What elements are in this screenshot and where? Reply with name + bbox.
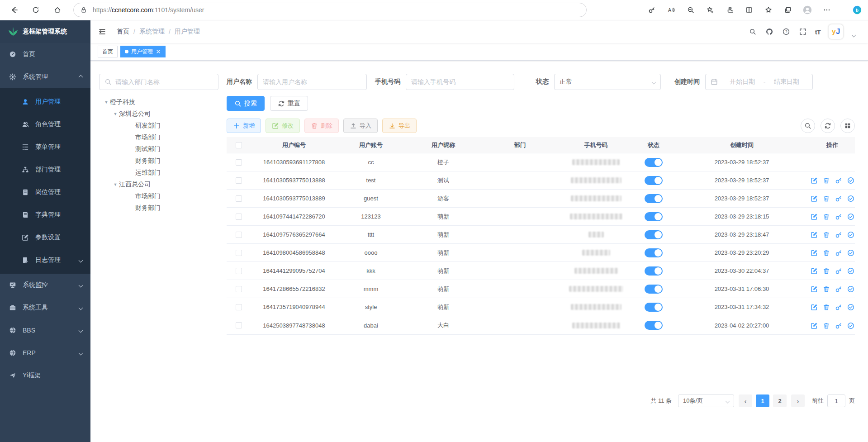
assign-role-icon[interactable]	[847, 304, 854, 310]
github-icon[interactable]	[765, 27, 774, 36]
row-checkbox[interactable]	[236, 250, 242, 256]
browser-profile-avatar[interactable]	[803, 5, 812, 14]
reset-password-icon[interactable]	[835, 249, 842, 256]
row-checkbox[interactable]	[236, 159, 242, 166]
tree-node[interactable]: 研发部门	[99, 120, 218, 132]
page-button-1[interactable]: 1	[756, 394, 769, 407]
delete-icon[interactable]	[823, 322, 830, 329]
edit-icon[interactable]	[811, 267, 817, 274]
edit-icon[interactable]	[811, 322, 817, 329]
reset-password-icon[interactable]	[835, 177, 842, 184]
sidebar-item-dict[interactable]: 字典管理	[0, 204, 90, 226]
tree-node[interactable]: 财务部门	[99, 155, 218, 167]
browser-home-icon[interactable]	[50, 2, 65, 18]
row-checkbox[interactable]	[236, 195, 242, 202]
assign-role-icon[interactable]	[847, 231, 854, 238]
page-button-2[interactable]: 2	[773, 394, 787, 407]
edit-icon[interactable]	[811, 285, 817, 292]
user-avatar[interactable]: yJ	[828, 24, 844, 39]
goto-page-input[interactable]	[827, 394, 845, 407]
sidebar-item-role[interactable]: 角色管理	[0, 113, 90, 136]
read-aloud-icon[interactable]: A	[667, 5, 676, 14]
fullscreen-icon[interactable]	[798, 27, 807, 36]
row-checkbox[interactable]	[236, 286, 242, 292]
row-checkbox[interactable]	[236, 232, 242, 238]
row-checkbox[interactable]	[236, 268, 242, 274]
username-field[interactable]	[263, 78, 361, 86]
tree-node[interactable]: 市场部门	[99, 132, 218, 143]
reset-password-icon[interactable]	[835, 304, 842, 310]
import-button[interactable]: 导入	[343, 119, 378, 133]
edit-icon[interactable]	[811, 177, 817, 184]
dept-search-field[interactable]	[115, 78, 213, 86]
tab-home[interactable]: 首页	[98, 46, 118, 57]
page-size-select[interactable]: 10条/页	[678, 394, 734, 407]
assign-role-icon[interactable]	[847, 213, 854, 220]
edit-icon[interactable]	[811, 195, 817, 202]
add-favorite-icon[interactable]	[706, 5, 715, 14]
close-icon[interactable]	[156, 49, 161, 54]
edit-button[interactable]: 修改	[266, 119, 300, 133]
table-columns-button[interactable]	[840, 119, 855, 133]
password-key-icon[interactable]	[647, 5, 656, 14]
table-refresh-button[interactable]	[821, 119, 835, 133]
sidebar-item-param[interactable]: 参数设置	[0, 226, 90, 249]
favorites-icon[interactable]	[764, 5, 773, 14]
assign-role-icon[interactable]	[847, 322, 854, 329]
delete-icon[interactable]	[823, 249, 830, 256]
browser-back-icon[interactable]	[6, 2, 22, 18]
delete-icon[interactable]	[823, 267, 830, 274]
hamburger-icon[interactable]	[99, 27, 109, 37]
tree-node[interactable]: 财务部门	[99, 202, 218, 214]
status-toggle[interactable]	[645, 266, 663, 276]
reset-password-icon[interactable]	[835, 195, 842, 202]
tab-user-management[interactable]: 用户管理	[120, 46, 166, 57]
status-toggle[interactable]	[645, 176, 663, 185]
tree-node[interactable]: 市场部门	[99, 190, 218, 202]
table-search-toggle-button[interactable]	[801, 119, 815, 133]
status-toggle[interactable]	[645, 212, 663, 221]
status-toggle[interactable]	[645, 194, 663, 203]
tree-node[interactable]: 运维部门	[99, 167, 218, 179]
sidebar-item-monitor[interactable]: 系统监控	[0, 274, 90, 296]
tree-node[interactable]: ▼橙子科技	[99, 96, 218, 108]
edit-icon[interactable]	[811, 304, 817, 310]
sidebar-item-log[interactable]: 日志管理	[0, 249, 90, 271]
status-toggle[interactable]	[645, 248, 663, 257]
collections-icon[interactable]	[783, 5, 792, 14]
reset-password-icon[interactable]	[835, 285, 842, 292]
row-checkbox[interactable]	[236, 322, 242, 328]
delete-icon[interactable]	[823, 304, 830, 310]
reset-password-icon[interactable]	[835, 231, 842, 238]
status-toggle[interactable]	[645, 321, 663, 330]
reset-password-icon[interactable]	[835, 322, 842, 329]
sidebar-item-post[interactable]: 岗位管理	[0, 181, 90, 204]
delete-icon[interactable]	[823, 213, 830, 220]
breadcrumb-home[interactable]: 首页	[117, 28, 129, 36]
edit-icon[interactable]	[811, 213, 817, 220]
font-size-icon[interactable]: tT	[815, 28, 821, 36]
search-button[interactable]: 搜索	[227, 96, 265, 111]
browser-refresh-icon[interactable]	[28, 2, 43, 18]
date-end-placeholder[interactable]: 结束日期	[765, 78, 807, 86]
sidebar-item-bbs[interactable]: BBS	[0, 319, 90, 342]
copilot-icon[interactable]: b	[853, 5, 862, 14]
next-page-button[interactable]: ›	[791, 394, 805, 407]
dept-search-input[interactable]	[99, 74, 218, 90]
zoom-out-icon[interactable]	[686, 5, 695, 14]
phone-input[interactable]	[406, 74, 514, 90]
status-toggle[interactable]	[645, 285, 663, 294]
username-input[interactable]	[257, 74, 367, 90]
status-toggle[interactable]	[645, 303, 663, 312]
reset-password-icon[interactable]	[835, 267, 842, 274]
edit-icon[interactable]	[811, 231, 817, 238]
add-button[interactable]: 新增	[227, 119, 261, 133]
assign-role-icon[interactable]	[847, 177, 854, 184]
sidebar-item-home[interactable]: 首页	[0, 43, 90, 66]
delete-icon[interactable]	[823, 285, 830, 292]
row-checkbox[interactable]	[236, 304, 242, 310]
assign-role-icon[interactable]	[847, 267, 854, 274]
sidebar-item-user[interactable]: 用户管理	[0, 90, 90, 113]
header-search-icon[interactable]	[748, 27, 757, 36]
help-icon[interactable]: ?	[782, 27, 791, 36]
